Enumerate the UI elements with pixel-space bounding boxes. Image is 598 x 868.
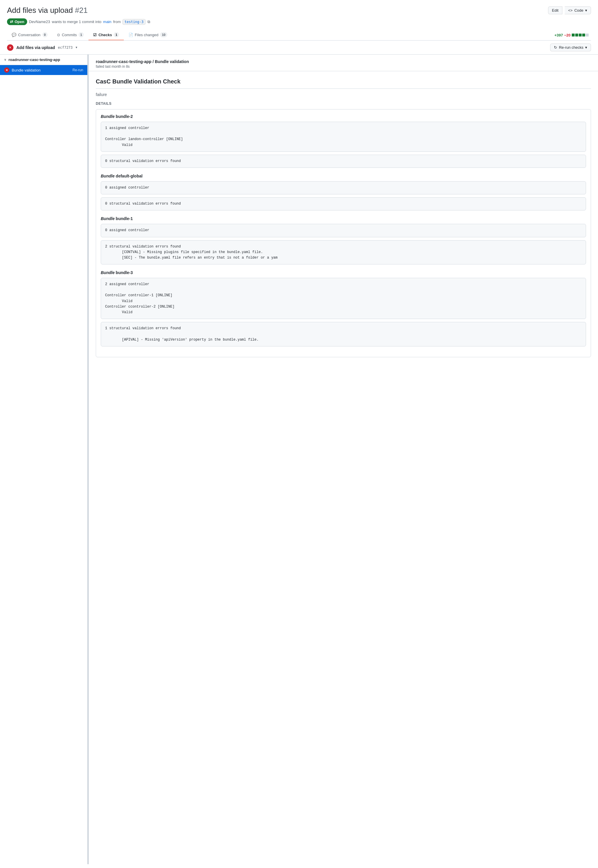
pr-user: DevName23: [29, 19, 50, 24]
right-panel: roadrunner-casc-testing-app / Bundle val…: [89, 55, 598, 864]
bundle-code-2b: 0 structural validation errors found: [101, 197, 586, 210]
bundle-title-2: Bundle default-global: [101, 174, 586, 178]
sidebar-group-name: roadrunner-casc-testing-app: [9, 58, 60, 62]
check-title: CasC Bundle Validation Check: [96, 78, 591, 89]
tab-conversation[interactable]: 💬 Conversation 0: [7, 30, 52, 40]
bundle-section-2: Bundle default-global 0 assigned control…: [101, 174, 586, 210]
edit-button[interactable]: Edit: [548, 6, 562, 14]
tab-conversation-label: Conversation: [18, 33, 40, 37]
chevron-down-icon: ▾: [585, 8, 587, 13]
rerun-label: Re-run checks: [559, 45, 583, 50]
from-text: from: [113, 19, 121, 24]
pr-title-text: Add files via upload: [7, 6, 73, 15]
merge-icon: ⇄: [10, 19, 13, 24]
subtitle-row: ⇄ Open DevName23 wants to merge 1 commit…: [7, 18, 591, 25]
bundle-title-3: Bundle bundle-1: [101, 216, 586, 221]
checks-title-area: × Add files via upload ecf7273 ▾: [7, 44, 78, 51]
diff-bar-5: [586, 34, 589, 36]
bundle-code-3b: 2 structural validation errors found [CO…: [101, 240, 586, 265]
diff-add: +397: [555, 33, 563, 37]
tab-conversation-badge: 0: [42, 32, 48, 37]
diff-bar-3: [579, 34, 582, 36]
checks-commit: ecf7273: [58, 46, 73, 50]
files-icon: 📄: [129, 33, 133, 37]
diff-del: −20: [564, 33, 571, 37]
bundle-prefix-4: Bundle: [101, 270, 114, 275]
details-label: DETAILS: [96, 101, 591, 106]
rerun-icon: ↻: [554, 45, 557, 50]
check-status: failure: [96, 92, 591, 97]
bundle-code-4b: 1 structural validation errors found [AP…: [101, 322, 586, 346]
bundle-prefix-3: Bundle: [101, 216, 114, 221]
checks-icon: ☑: [93, 33, 97, 37]
bundle-prefix-2: Bundle: [101, 174, 114, 178]
chevron-down-icon: ∨: [4, 58, 6, 61]
copy-icon[interactable]: ⧉: [148, 19, 150, 24]
sidebar-item-rerun-label[interactable]: Re-run: [72, 68, 83, 72]
right-panel-title: roadrunner-casc-testing-app / Bundle val…: [96, 59, 591, 64]
base-branch-link[interactable]: main: [103, 19, 111, 24]
head-branch-link[interactable]: testing-3: [123, 19, 145, 25]
sidebar-item-left: ✕ Bundle validation: [4, 67, 40, 73]
open-label: Open: [15, 19, 24, 24]
diff-bar-4: [582, 34, 585, 36]
diff-bar-1: [572, 34, 575, 36]
tab-files-changed[interactable]: 📄 Files changed 10: [124, 30, 172, 40]
tabs-row: 💬 Conversation 0 ⊙ Commits 1 ☑ Checks 1 …: [7, 30, 591, 40]
header-buttons: Edit <> Code ▾: [548, 6, 591, 14]
right-panel-subtitle: failed last month in 8s: [96, 64, 591, 69]
page-wrapper: Add files via upload #21 Edit <> Code ▾ …: [0, 0, 598, 868]
code-icon: <>: [568, 8, 573, 13]
right-panel-header: roadrunner-casc-testing-app / Bundle val…: [89, 55, 598, 71]
main-content: ∨ roadrunner-casc-testing-app ✕ Bundle v…: [0, 55, 598, 864]
bundle-title-4: Bundle bundle-3: [101, 270, 586, 275]
bundle-section-1: Bundle bundle-2 1 assigned controller Co…: [101, 114, 586, 168]
pr-title: Add files via upload #21: [7, 6, 88, 15]
bundle-code-1a: 1 assigned controller Controller landon-…: [101, 122, 586, 152]
sidebar-item-status-icon: ✕: [4, 67, 9, 73]
diff-stats: +397 −20: [555, 33, 591, 37]
sidebar-item-bundle-validation[interactable]: ✕ Bundle validation Re-run: [0, 65, 87, 75]
tab-files-badge: 10: [160, 32, 167, 37]
bundle-name-1: bundle-2: [116, 114, 133, 119]
bundle-name-4: bundle-3: [116, 270, 133, 275]
commits-icon: ⊙: [57, 33, 60, 37]
pr-action-text: wants to merge 1 commit into: [52, 19, 102, 24]
bundle-code-1b: 0 structural validation errors found: [101, 155, 586, 168]
checks-header: × Add files via upload ecf7273 ▾ ↻ Re-ru…: [0, 40, 598, 55]
bundle-code-4a: 2 assigned controller Controller control…: [101, 278, 586, 319]
sidebar: ∨ roadrunner-casc-testing-app ✕ Bundle v…: [0, 55, 88, 864]
tab-checks-label: Checks: [99, 33, 112, 37]
bundle-code-3a: 0 assigned controller: [101, 224, 586, 237]
pr-number: #21: [75, 6, 88, 15]
tab-checks-badge: 1: [114, 32, 119, 37]
conversation-icon: 💬: [12, 33, 16, 37]
bundle-section-3: Bundle bundle-1 0 assigned controller 2 …: [101, 216, 586, 264]
checks-status-icon: ×: [7, 44, 13, 51]
header-section: Add files via upload #21 Edit <> Code ▾ …: [0, 0, 598, 40]
bundle-title-1: Bundle bundle-2: [101, 114, 586, 119]
right-panel-body: CasC Bundle Validation Check failure DET…: [89, 71, 598, 364]
code-button[interactable]: <> Code ▾: [565, 6, 591, 14]
details-content: Bundle bundle-2 1 assigned controller Co…: [96, 109, 591, 357]
open-badge: ⇄ Open: [7, 18, 27, 25]
diff-bar-2: [575, 34, 578, 36]
tab-commits[interactable]: ⊙ Commits 1: [52, 30, 88, 40]
tab-commits-badge: 1: [79, 32, 84, 37]
sidebar-item-name: Bundle validation: [12, 68, 40, 72]
sidebar-group-header[interactable]: ∨ roadrunner-casc-testing-app: [0, 55, 87, 65]
checks-name: Add files via upload: [16, 45, 55, 50]
title-row: Add files via upload #21 Edit <> Code ▾: [7, 6, 591, 15]
tab-checks[interactable]: ☑ Checks 1: [88, 30, 124, 40]
diff-bars: [572, 34, 589, 36]
bundle-name-3: bundle-1: [116, 216, 133, 221]
bundle-prefix-1: Bundle: [101, 114, 114, 119]
checks-dropdown-icon[interactable]: ▾: [76, 46, 78, 49]
tab-commits-label: Commits: [62, 33, 77, 37]
bundle-name-2: default-global: [116, 174, 142, 178]
rerun-checks-button[interactable]: ↻ Re-run checks ▾: [550, 43, 591, 51]
bundle-section-4: Bundle bundle-3 2 assigned controller Co…: [101, 270, 586, 346]
rerun-dropdown-icon: ▾: [585, 45, 587, 50]
code-label: Code: [574, 8, 583, 13]
bundle-code-2a: 0 assigned controller: [101, 181, 586, 194]
